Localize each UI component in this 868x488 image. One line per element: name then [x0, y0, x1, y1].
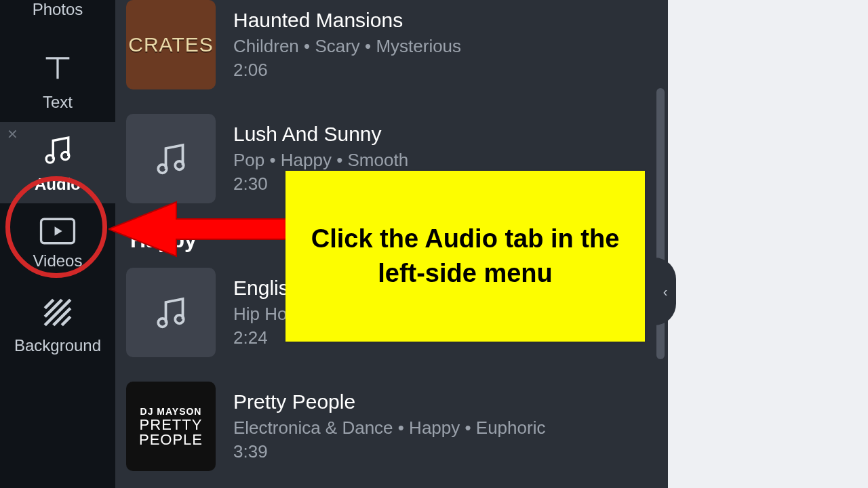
music-note-icon — [151, 292, 191, 333]
audio-track-item[interactable]: DJ MAYSON PRETTY PEOPLE Pretty People El… — [126, 369, 648, 483]
sidebar-item-label: Background — [14, 336, 101, 355]
thumbnail-text: PEOPLE — [139, 433, 203, 447]
track-thumbnail: DJ MAYSON PRETTY PEOPLE — [126, 382, 216, 471]
panel-collapse-handle[interactable]: ‹ — [654, 258, 676, 325]
track-thumbnail — [126, 268, 216, 357]
thumbnail-text: PRETTY — [140, 418, 203, 432]
track-duration: 3:39 — [233, 441, 648, 462]
sidebar-item-label: Text — [43, 93, 73, 112]
svg-point-1 — [62, 152, 69, 159]
svg-point-4 — [175, 161, 184, 170]
track-thumbnail: CRATES — [126, 0, 216, 89]
track-tags: Electronica & Dance • Happy • Euphoric — [233, 418, 648, 439]
sidebar-item-videos[interactable]: Videos — [0, 203, 115, 285]
svg-point-0 — [46, 155, 54, 163]
callout-text: Click the Audio tab in the left-side men… — [309, 222, 622, 291]
panel-scrollbar[interactable] — [656, 0, 665, 488]
sidebar-item-label: Audio — [35, 175, 81, 194]
close-icon[interactable]: ✕ — [7, 126, 18, 142]
track-info: Haunted Mansions Children • Scary • Myst… — [233, 9, 648, 81]
sidebar-item-background[interactable]: Background — [0, 285, 115, 366]
sidebar-item-audio[interactable]: ✕ Audio — [0, 122, 115, 203]
sidebar-item-photos[interactable]: Photos — [0, 0, 115, 41]
track-title: Haunted Mansions — [233, 9, 648, 32]
sidebar-item-text[interactable]: Text — [0, 41, 115, 122]
hatch-icon — [41, 296, 75, 329]
track-tags: Children • Scary • Mysterious — [233, 36, 648, 57]
video-play-icon — [39, 218, 76, 245]
chevron-left-icon: ‹ — [663, 284, 668, 300]
svg-point-3 — [158, 165, 167, 174]
track-title: Pretty People — [233, 390, 648, 413]
sidebar-item-label: Videos — [33, 251, 83, 270]
thumbnail-text: DJ MAYSON — [140, 406, 202, 417]
track-tags: Pop • Happy • Smooth — [233, 150, 648, 171]
audio-track-item[interactable]: CRATES Haunted Mansions Children • Scary… — [126, 0, 648, 102]
track-info: Pretty People Electronica & Dance • Happ… — [233, 390, 648, 462]
music-note-icon — [151, 138, 191, 179]
svg-point-5 — [158, 319, 167, 327]
sidebar-item-label: Photos — [33, 0, 83, 19]
text-icon — [40, 51, 75, 86]
thumbnail-text: CRATES — [128, 33, 213, 56]
track-duration: 2:06 — [233, 60, 648, 81]
track-title: Lush And Sunny — [233, 123, 648, 146]
track-thumbnail — [126, 114, 216, 203]
annotation-callout: Click the Audio tab in the left-side men… — [285, 171, 645, 342]
sidebar: Photos Text ✕ Audio Videos Backgro — [0, 0, 115, 488]
music-note-icon — [39, 131, 76, 168]
svg-point-6 — [175, 315, 184, 324]
